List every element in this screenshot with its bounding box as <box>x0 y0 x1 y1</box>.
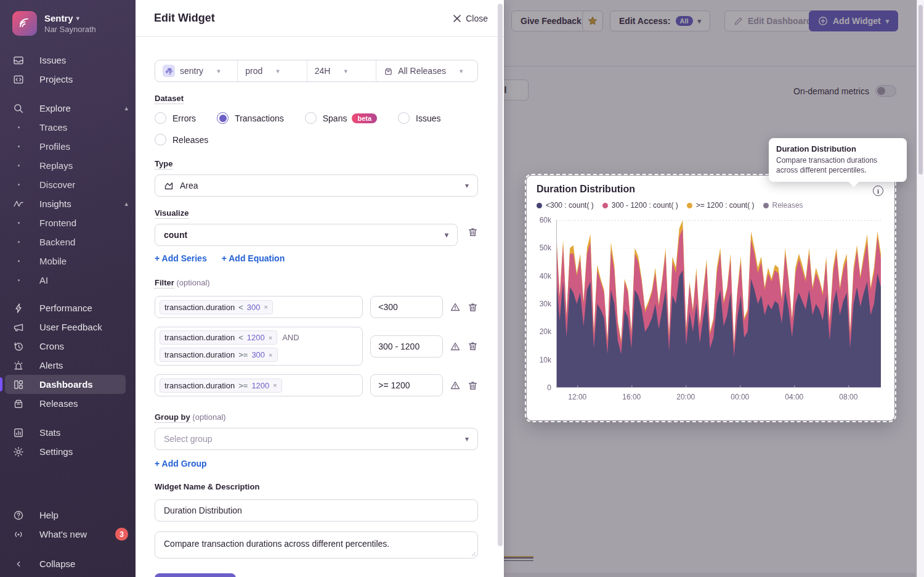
page-scrollbar-thumb[interactable] <box>918 5 923 174</box>
widget-preview-card[interactable]: Duration Distribution i <300 : count( ) … <box>527 176 894 420</box>
legend-item[interactable]: Releases <box>763 201 803 210</box>
sidebar-item-releases[interactable]: Releases <box>0 394 136 413</box>
chevron-left-icon <box>12 558 25 570</box>
radio-spans[interactable]: Spansbeta <box>305 112 377 124</box>
sidebar-item-alerts[interactable]: Alerts <box>0 356 136 375</box>
filter-token[interactable]: transaction.duration >= 1200 × <box>160 379 282 393</box>
delete-filter-button[interactable] <box>468 341 478 351</box>
sidebar-item-user-feedback[interactable]: User Feedback <box>0 317 136 337</box>
sidebar-item-help[interactable]: Help <box>0 505 136 525</box>
remove-token-icon[interactable]: × <box>264 303 267 311</box>
sidebar-item-performance[interactable]: Performance <box>0 298 136 317</box>
release-box-icon <box>12 398 25 410</box>
radio-releases[interactable]: Releases <box>155 134 208 145</box>
sidebar-item-ai[interactable]: AI <box>0 271 136 290</box>
chevron-down-icon: ▾ <box>276 67 280 75</box>
sidebar-item-replays[interactable]: Replays <box>0 156 136 175</box>
filter-warning-icon <box>450 380 460 390</box>
chevron-down-icon: ▾ <box>465 181 469 190</box>
sidebar-item-explore[interactable]: Explore▴ <box>0 99 136 118</box>
area-chart-icon <box>164 181 174 190</box>
bullet-icon <box>12 165 25 166</box>
project-select[interactable]: sentry ▾ <box>155 60 237 81</box>
filter-conditions-input[interactable]: transaction.duration < 1200 × AND transa… <box>155 327 363 366</box>
sidebar-item-profiles[interactable]: Profiles <box>0 137 136 156</box>
type-select[interactable]: Area ▾ <box>155 174 478 197</box>
chevron-down-icon: ▾ <box>465 435 469 443</box>
radio-transactions[interactable]: Transactions <box>217 112 284 124</box>
chevron-down-icon: ▾ <box>217 67 221 75</box>
org-switcher[interactable]: Sentry▾ Nar Saynorath <box>12 11 126 36</box>
sidebar-item-mobile[interactable]: Mobile <box>0 252 136 271</box>
sidebar-item-traces[interactable]: Traces <box>0 118 136 137</box>
sidebar-item-collapse[interactable]: Collapse <box>0 554 136 573</box>
sidebar-item-stats[interactable]: Stats <box>0 423 136 442</box>
clock-icon <box>12 340 25 353</box>
sidebar-item-frontend[interactable]: Frontend <box>0 213 136 232</box>
sidebar-item-backend[interactable]: Backend <box>0 232 136 252</box>
remove-token-icon[interactable]: × <box>269 334 272 342</box>
filter-token[interactable]: transaction.duration >= 300 × <box>160 348 278 362</box>
delete-filter-button[interactable] <box>468 380 478 391</box>
radio-errors[interactable]: Errors <box>155 112 196 124</box>
add-group-link[interactable]: + Add Group <box>155 459 207 469</box>
sidebar-item-dashboards[interactable]: Dashboards <box>5 375 126 394</box>
filter-alias-input[interactable]: 300 - 1200 <box>370 335 443 358</box>
filter-warning-icon <box>450 342 460 351</box>
widget-name-input[interactable]: Duration Distribution <box>155 499 478 522</box>
bullet-icon <box>12 184 25 186</box>
environment-select[interactable]: prod ▾ <box>237 60 306 81</box>
chevron-up-icon[interactable]: ▴ <box>124 200 128 208</box>
releases-select[interactable]: All Releases ▾ <box>376 60 477 81</box>
trash-icon <box>468 380 478 391</box>
active-indicator <box>0 377 2 391</box>
remove-token-icon[interactable]: × <box>273 382 277 389</box>
releases-value: All Releases <box>398 66 446 76</box>
visualize-select[interactable]: count ▾ <box>155 224 458 246</box>
filter-label: Filter (optional) <box>155 278 210 287</box>
help-icon <box>12 509 25 522</box>
period-select[interactable]: 24H ▾ <box>307 60 376 81</box>
sidebar-item-issues[interactable]: Issues <box>0 51 136 70</box>
radio-circle-icon <box>155 112 166 124</box>
sidebar: Sentry▾ Nar Saynorath Issues Projects Ex… <box>0 0 136 577</box>
filter-alias-input[interactable]: <300 <box>370 296 443 318</box>
projects-icon <box>12 73 25 86</box>
sidebar-item-crons[interactable]: Crons <box>0 337 136 356</box>
filter-token[interactable]: transaction.duration < 1200 × <box>160 330 277 345</box>
radio-circle-icon <box>305 112 317 124</box>
legend-item[interactable]: 300 - 1200 : count( ) <box>602 201 678 210</box>
legend-item[interactable]: >= 1200 : count( ) <box>687 201 755 210</box>
scope-filter-bar: sentry ▾ prod ▾ 24H ▾ All Releases ▾ <box>155 60 478 82</box>
group-by-select[interactable]: Select group ▾ <box>155 428 478 450</box>
sidebar-item-discover[interactable]: Discover <box>0 175 136 194</box>
add-series-link[interactable]: + Add Series <box>155 253 207 263</box>
page-scrollbar[interactable] <box>917 0 924 577</box>
filter-token[interactable]: transaction.duration < 300 × <box>160 300 273 314</box>
filter-conditions-input[interactable]: transaction.duration >= 1200 × <box>155 374 363 396</box>
widget-description-textarea[interactable]: Compare transaction durations across dif… <box>155 531 478 559</box>
sidebar-item-insights[interactable]: Insights▴ <box>0 194 136 213</box>
filter-alias-input[interactable]: >= 1200 <box>370 374 443 396</box>
close-button[interactable]: Close <box>453 14 488 23</box>
panel-scrollbar-thumb[interactable] <box>498 4 503 546</box>
info-icon[interactable]: i <box>873 186 883 196</box>
remove-token-icon[interactable]: × <box>269 351 272 359</box>
widget-tooltip: Duration Distribution Compare transactio… <box>769 138 907 182</box>
resize-handle[interactable] <box>470 550 476 556</box>
sidebar-nav: Issues Projects Explore▴ Traces Profiles… <box>0 36 136 461</box>
delete-visualize-button[interactable] <box>468 227 478 237</box>
visualize-label: Visualize <box>155 208 188 218</box>
sidebar-item-projects[interactable]: Projects <box>0 70 136 89</box>
sidebar-item-settings[interactable]: Settings <box>0 442 136 461</box>
radio-issues[interactable]: Issues <box>398 112 440 124</box>
panel-title: Edit Widget <box>154 12 215 25</box>
panel-header: Edit Widget Close <box>136 0 504 37</box>
delete-filter-button[interactable] <box>468 302 478 313</box>
chevron-up-icon[interactable]: ▴ <box>124 104 128 112</box>
filter-conditions-input[interactable]: transaction.duration < 300 × <box>155 296 363 318</box>
sidebar-item-whats-new[interactable]: What's new3 <box>0 525 136 544</box>
update-widget-button[interactable]: Update Widget <box>155 573 236 577</box>
tooltip-body: Compare transaction durations across dif… <box>776 155 899 175</box>
add-equation-link[interactable]: + Add Equation <box>222 253 285 263</box>
